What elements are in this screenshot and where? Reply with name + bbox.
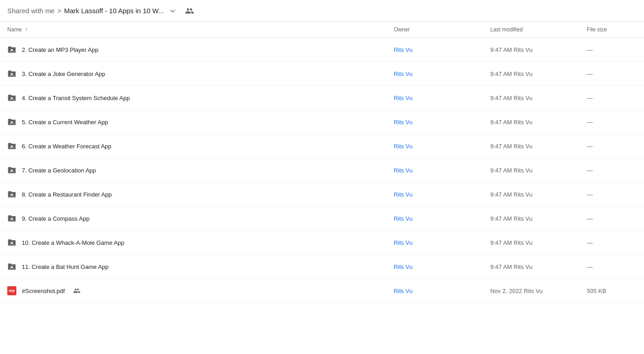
shared-people-icon — [73, 287, 80, 294]
people-icon — [185, 6, 194, 15]
file-name-cell: 6. Create a Weather Forecast App — [0, 134, 386, 158]
table-row[interactable]: 8. Create a Restaurant Finder AppRits Vu… — [0, 182, 644, 207]
owner-cell: Rits Vu — [386, 182, 483, 207]
breadcrumb-separator: > — [57, 7, 61, 15]
table-row[interactable]: 10. Create a Whack-A-Mole Game AppRits V… — [0, 231, 644, 255]
file-name-text: #Screenshot.pdf — [22, 288, 65, 294]
file-name-cell: 2. Create an MP3 Player App — [0, 38, 386, 62]
file-name-cell: 8. Create a Restaurant Finder App — [0, 182, 386, 207]
owner-link[interactable]: Rits Vu — [394, 119, 412, 126]
owner-link[interactable]: Rits Vu — [394, 95, 412, 101]
owner-cell: Rits Vu — [386, 86, 483, 110]
size-cell: — — [579, 38, 644, 62]
modified-cell: 9:47 AM Rits Vu — [483, 158, 580, 182]
modified-cell: 9:47 AM Rits Vu — [483, 38, 580, 62]
shared-folder-icon — [7, 93, 16, 102]
table-row[interactable]: 11. Create a Bat Hunt Game AppRits Vu9:4… — [0, 255, 644, 279]
file-name-cell: 11. Create a Bat Hunt Game App — [0, 255, 386, 279]
file-name-cell: 3. Create a Joke Generator App — [0, 62, 386, 86]
pdf-icon: PDF — [7, 286, 16, 295]
column-modified-header[interactable]: Last modified — [483, 22, 580, 38]
file-name-text: 7. Create a Geolocation App — [22, 167, 96, 174]
owner-link[interactable]: Rits Vu — [394, 215, 412, 222]
file-name-cell: 9. Create a Compass App — [0, 207, 386, 231]
size-cell: — — [579, 182, 644, 207]
file-name-cell: 5. Create a Current Weather App — [0, 110, 386, 134]
table-row[interactable]: 3. Create a Joke Generator AppRits Vu9:4… — [0, 62, 644, 86]
table-row[interactable]: 4. Create a Transit System Schedule AppR… — [0, 86, 644, 110]
chevron-down-icon — [169, 7, 177, 15]
owner-cell: Rits Vu — [386, 279, 483, 303]
breadcrumb-header: Shared with me > Mark Lassoff - 10 Apps … — [0, 0, 644, 22]
file-name-text: 6. Create a Weather Forecast App — [22, 143, 111, 150]
file-name-cell: 7. Create a Geolocation App — [0, 158, 386, 182]
owner-cell: Rits Vu — [386, 231, 483, 255]
owner-link[interactable]: Rits Vu — [394, 263, 412, 270]
modified-cell: 9:47 AM Rits Vu — [483, 110, 580, 134]
file-name-cell: 4. Create a Transit System Schedule App — [0, 86, 386, 110]
modified-cell: 9:47 AM Rits Vu — [483, 134, 580, 158]
size-cell: 505 KB — [579, 279, 644, 303]
size-cell: — — [579, 207, 644, 231]
owner-cell: Rits Vu — [386, 207, 483, 231]
owner-cell: Rits Vu — [386, 38, 483, 62]
share-people-button[interactable] — [183, 5, 196, 17]
file-name-cell: 10. Create a Whack-A-Mole Game App — [0, 231, 386, 255]
shared-folder-icon — [7, 214, 16, 223]
modified-cell: 9:47 AM Rits Vu — [483, 62, 580, 86]
table-row[interactable]: 9. Create a Compass AppRits Vu9:47 AM Ri… — [0, 207, 644, 231]
size-cell: — — [579, 134, 644, 158]
owner-link[interactable]: Rits Vu — [394, 191, 412, 198]
size-cell: — — [579, 86, 644, 110]
size-cell: — — [579, 255, 644, 279]
file-name-text: 2. Create an MP3 Player App — [22, 46, 98, 53]
file-name-text: 9. Create a Compass App — [22, 215, 90, 222]
file-name-text: 4. Create a Transit System Schedule App — [22, 95, 130, 101]
modified-cell: 9:47 AM Rits Vu — [483, 207, 580, 231]
file-name-text: 5. Create a Current Weather App — [22, 119, 108, 126]
file-name-text: 8. Create a Restaurant Finder App — [22, 191, 112, 198]
shared-folder-icon — [7, 69, 16, 78]
owner-link[interactable]: Rits Vu — [394, 239, 412, 246]
owner-link[interactable]: Rits Vu — [394, 167, 412, 174]
folder-dropdown-button[interactable] — [167, 5, 179, 17]
shared-folder-icon — [7, 190, 16, 199]
table-row[interactable]: 7. Create a Geolocation AppRits Vu9:47 A… — [0, 158, 644, 182]
owner-link[interactable]: Rits Vu — [394, 143, 412, 150]
table-row[interactable]: 5. Create a Current Weather AppRits Vu9:… — [0, 110, 644, 134]
table-header-row: Name ↑ Owner Last modified File size — [0, 22, 644, 38]
size-cell: — — [579, 110, 644, 134]
modified-cell: 9:47 AM Rits Vu — [483, 255, 580, 279]
shared-folder-icon — [7, 166, 16, 175]
owner-cell: Rits Vu — [386, 134, 483, 158]
modified-cell: 9:47 AM Rits Vu — [483, 86, 580, 110]
column-owner-header[interactable]: Owner — [386, 22, 483, 38]
table-row[interactable]: 2. Create an MP3 Player AppRits Vu9:47 A… — [0, 38, 644, 62]
owner-link[interactable]: Rits Vu — [394, 46, 412, 53]
modified-cell: 9:47 AM Rits Vu — [483, 182, 580, 207]
breadcrumb-current-folder: Mark Lassoff - 10 Apps in 10 W... — [64, 7, 164, 15]
table-row[interactable]: 6. Create a Weather Forecast AppRits Vu9… — [0, 134, 644, 158]
file-name-cell: PDF#Screenshot.pdf — [0, 279, 386, 303]
modified-cell: 9:47 AM Rits Vu — [483, 231, 580, 255]
owner-cell: Rits Vu — [386, 158, 483, 182]
column-name-header[interactable]: Name ↑ — [0, 22, 386, 38]
shared-folder-icon — [7, 238, 16, 247]
file-name-text: 10. Create a Whack-A-Mole Game App — [22, 239, 124, 246]
size-cell: — — [579, 158, 644, 182]
shared-folder-icon — [7, 262, 16, 271]
file-name-text: 11. Create a Bat Hunt Game App — [22, 263, 109, 270]
owner-link[interactable]: Rits Vu — [394, 71, 412, 77]
breadcrumb-shared-with-me[interactable]: Shared with me — [7, 7, 55, 15]
column-size-header[interactable]: File size — [579, 22, 644, 38]
owner-cell: Rits Vu — [386, 62, 483, 86]
owner-link[interactable]: Rits Vu — [394, 288, 412, 294]
owner-cell: Rits Vu — [386, 110, 483, 134]
size-cell: — — [579, 62, 644, 86]
modified-cell: Nov 2, 2022 Rits Vu — [483, 279, 580, 303]
table-row[interactable]: PDF#Screenshot.pdf Rits VuNov 2, 2022 Ri… — [0, 279, 644, 303]
shared-folder-icon — [7, 117, 16, 126]
size-cell: — — [579, 231, 644, 255]
file-list-table: Name ↑ Owner Last modified File size 2. … — [0, 22, 644, 303]
sort-arrow-icon: ↑ — [25, 26, 28, 33]
